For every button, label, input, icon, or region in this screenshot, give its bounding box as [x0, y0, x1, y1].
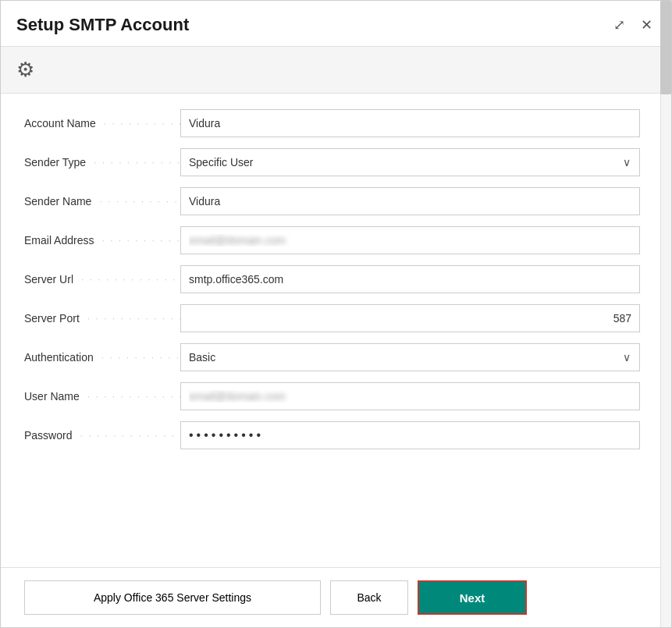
- server-url-input[interactable]: [180, 265, 640, 293]
- sender-name-row: Sender Name · · · · · · · · · · · · · ·: [24, 187, 640, 215]
- close-button[interactable]: ✕: [638, 13, 656, 37]
- dialog-header: Setup SMTP Account ⤢ ✕: [1, 1, 671, 46]
- account-name-row: Account Name · · · · · · · · · · · · · ·: [24, 109, 640, 137]
- user-name-row: User Name · · · · · · · · · · · · · ·: [24, 382, 640, 410]
- email-address-row: Email Address · · · · · · · · · · · · · …: [24, 226, 640, 254]
- server-port-input[interactable]: [180, 304, 640, 332]
- scrollbar-thumb[interactable]: [660, 1, 671, 94]
- form-area: Account Name · · · · · · · · · · · · · ·…: [1, 94, 671, 567]
- email-address-input[interactable]: [180, 226, 640, 254]
- scrollbar-track[interactable]: [660, 1, 671, 627]
- sender-type-row: Sender Type · · · · · · · · · · · · · · …: [24, 148, 640, 176]
- authentication-label: Authentication · · · · · · · · · · · · ·…: [24, 351, 180, 364]
- expand-button[interactable]: ⤢: [610, 13, 628, 37]
- authentication-row: Authentication · · · · · · · · · · · · ·…: [24, 343, 640, 371]
- account-name-input[interactable]: [180, 109, 640, 137]
- email-address-label: Email Address · · · · · · · · · · · · · …: [24, 234, 180, 247]
- password-input[interactable]: [180, 421, 640, 449]
- next-button[interactable]: Next: [418, 580, 527, 615]
- sender-type-label: Sender Type · · · · · · · · · · · · · ·: [24, 156, 180, 169]
- sender-name-input[interactable]: [180, 187, 640, 215]
- authentication-select[interactable]: Basic OAuth2: [180, 343, 640, 371]
- account-name-label: Account Name · · · · · · · · · · · · · ·: [24, 117, 180, 130]
- subheader: ⚙: [1, 46, 671, 94]
- user-name-label: User Name · · · · · · · · · · · · · ·: [24, 390, 180, 403]
- apply-office-365-button[interactable]: Apply Office 365 Server Settings: [24, 580, 321, 615]
- password-row: Password · · · · · · · · · · · · · ·: [24, 421, 640, 449]
- server-url-label: Server Url · · · · · · · · · · · · · ·: [24, 273, 180, 286]
- header-icons: ⤢ ✕: [610, 13, 656, 37]
- gear-icon: ⚙: [16, 58, 34, 82]
- server-url-row: Server Url · · · · · · · · · · · · · ·: [24, 265, 640, 293]
- smtp-setup-dialog: Setup SMTP Account ⤢ ✕ ⚙ Account Name · …: [0, 0, 672, 628]
- sender-type-select[interactable]: Specific User Current User: [180, 148, 640, 176]
- dialog-footer: Apply Office 365 Server Settings Back Ne…: [1, 567, 671, 627]
- server-port-label: Server Port · · · · · · · · · · · · · ·: [24, 312, 180, 325]
- dialog-title: Setup SMTP Account: [16, 15, 189, 35]
- user-name-input[interactable]: [180, 382, 640, 410]
- sender-type-select-wrapper: Specific User Current User ∨: [180, 148, 640, 176]
- password-label: Password · · · · · · · · · · · · · ·: [24, 429, 180, 442]
- authentication-select-wrapper: Basic OAuth2 ∨: [180, 343, 640, 371]
- sender-name-label: Sender Name · · · · · · · · · · · · · ·: [24, 195, 180, 208]
- back-button[interactable]: Back: [330, 580, 408, 615]
- server-port-row: Server Port · · · · · · · · · · · · · ·: [24, 304, 640, 332]
